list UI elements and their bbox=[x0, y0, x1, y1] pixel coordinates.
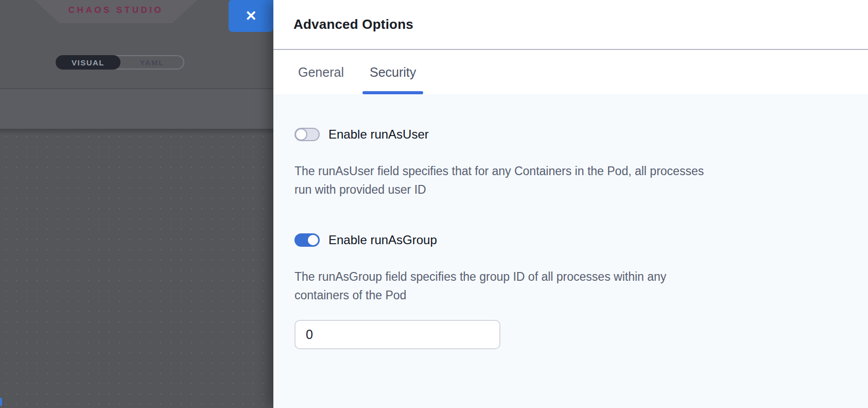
enable-run-as-group-label: Enable runAsGroup bbox=[328, 233, 437, 247]
yaml-mode-tab[interactable]: YAML bbox=[120, 56, 183, 69]
description-line: containers of the Pod bbox=[294, 286, 847, 304]
run-as-group-row: Enable runAsGroup bbox=[294, 233, 847, 247]
run-as-group-id-input[interactable] bbox=[294, 320, 500, 349]
description-line: run with provided user ID bbox=[294, 180, 847, 199]
toggle-knob bbox=[307, 234, 319, 246]
edge-widget-fragment bbox=[0, 398, 2, 406]
enable-run-as-user-toggle[interactable] bbox=[294, 128, 320, 141]
drawer-header: Advanced Options bbox=[273, 0, 868, 50]
dotted-workflow-canvas[interactable] bbox=[0, 129, 273, 408]
app-title: CHAOS STUDIO bbox=[68, 5, 163, 19]
description-line: The runAsUser field specifies that for a… bbox=[294, 162, 847, 180]
advanced-options-drawer: Advanced Options General Security Enable… bbox=[273, 0, 868, 408]
app-banner: CHAOS STUDIO bbox=[34, 0, 197, 23]
description-line: The runAsGroup field specifies the group… bbox=[294, 267, 847, 286]
tab-security-label: Security bbox=[370, 65, 416, 80]
spacer bbox=[294, 304, 847, 320]
toggle-knob bbox=[295, 128, 307, 141]
drawer-tabbar: General Security bbox=[273, 50, 868, 94]
enable-run-as-group-toggle[interactable] bbox=[294, 233, 320, 247]
visual-yaml-toggle[interactable]: VISUAL YAML bbox=[56, 55, 184, 70]
canvas-top-shadow bbox=[0, 129, 273, 135]
tab-general-label: General bbox=[298, 65, 344, 80]
tab-general[interactable]: General bbox=[291, 50, 351, 94]
dimmed-background: CHAOS STUDIO VISUAL YAML bbox=[0, 0, 273, 408]
run-as-user-row: Enable runAsUser bbox=[294, 127, 847, 142]
run-as-group-description: The runAsGroup field specifies the group… bbox=[294, 267, 847, 304]
visual-mode-tab[interactable]: VISUAL bbox=[56, 55, 120, 70]
close-icon: ✕ bbox=[245, 9, 257, 23]
yaml-mode-label: YAML bbox=[140, 58, 164, 67]
spacer bbox=[294, 199, 847, 233]
secondary-toolbar-band bbox=[0, 89, 273, 129]
drawer-title: Advanced Options bbox=[293, 16, 413, 32]
tab-security[interactable]: Security bbox=[362, 50, 423, 94]
visual-mode-label: VISUAL bbox=[72, 58, 105, 67]
run-as-user-description: The runAsUser field specifies that for a… bbox=[294, 162, 847, 199]
enable-run-as-user-label: Enable runAsUser bbox=[328, 127, 429, 142]
close-drawer-button[interactable]: ✕ bbox=[229, 0, 273, 32]
security-tab-panel: Enable runAsUser The runAsUser field spe… bbox=[273, 94, 868, 408]
